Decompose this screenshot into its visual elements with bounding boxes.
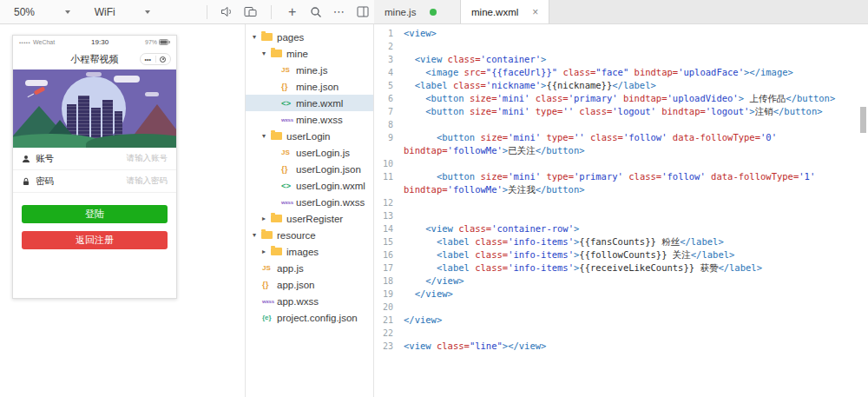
add-icon[interactable]: + bbox=[283, 3, 301, 22]
miniprogram-capsule: ••• bbox=[140, 53, 171, 65]
close-icon[interactable]: × bbox=[532, 7, 538, 17]
tree-item-mine.json[interactable]: {}mine.json bbox=[246, 78, 373, 95]
back-to-register-button[interactable]: 返回注册 bbox=[22, 231, 168, 249]
code-line[interactable]: 1<view> bbox=[374, 27, 868, 40]
page-title: 小程帮视频 bbox=[71, 53, 119, 66]
code-line[interactable]: 15 <label class='info-items'>{{fansCount… bbox=[374, 235, 868, 248]
config-file-icon: {e} bbox=[262, 314, 277, 321]
network-value: WiFi bbox=[95, 6, 115, 18]
account-field-row[interactable]: 账号 请输入账号 bbox=[13, 148, 176, 170]
tree-item-userLogin.wxml[interactable]: <>userLogin.wxml bbox=[246, 177, 373, 194]
tree-item-userLogin.wxss[interactable]: wxssuserLogin.wxss bbox=[246, 194, 373, 210]
code-line[interactable]: 19 </view> bbox=[374, 288, 868, 301]
code-line-content bbox=[404, 301, 868, 314]
editor-code: 1<view>23 <view class='container'>4 <ima… bbox=[374, 27, 868, 353]
code-line-content bbox=[404, 196, 868, 209]
tree-item-mine[interactable]: ▾mine bbox=[246, 45, 373, 62]
tab-mine-js[interactable]: mine.js bbox=[374, 0, 461, 23]
tree-item-mine.js[interactable]: JSmine.js bbox=[246, 62, 373, 78]
account-placeholder: 请输入账号 bbox=[127, 153, 168, 164]
tree-item-mine.wxml[interactable]: <>mine.wxml bbox=[246, 95, 373, 111]
code-line[interactable]: 12 bbox=[374, 196, 868, 209]
more-icon[interactable]: ⋯ bbox=[330, 3, 348, 22]
code-line[interactable]: 13 bbox=[374, 209, 868, 222]
tree-item-userRegister[interactable]: ▸userRegister bbox=[246, 210, 373, 227]
code-line[interactable]: 22 bbox=[374, 327, 868, 340]
tree-item-label: app.js bbox=[277, 263, 304, 274]
battery-icon bbox=[159, 39, 170, 45]
sound-icon[interactable] bbox=[219, 3, 237, 22]
chevron-right-icon: ▸ bbox=[262, 248, 271, 255]
tree-item-label: mine.json bbox=[296, 82, 339, 92]
code-line-content bbox=[404, 209, 868, 222]
tree-item-app.wxss[interactable]: wxssapp.wxss bbox=[246, 293, 373, 309]
code-line-content: <button size='mini' type='' class='logou… bbox=[404, 105, 868, 118]
code-line-content: <label class='info-items'>{{fansCounts}}… bbox=[404, 235, 868, 248]
tree-item-label: mine.wxml bbox=[296, 98, 343, 109]
code-line[interactable]: 4 <image src="{{faceUrl}}" class="face" … bbox=[374, 66, 868, 79]
code-line[interactable]: 23<view class="line"></view> bbox=[374, 340, 868, 353]
line-number: 6 bbox=[374, 92, 404, 105]
code-line[interactable]: 16 <label class='info-items'>{{followCou… bbox=[374, 248, 868, 261]
toolbar-divider bbox=[271, 5, 272, 19]
split-window-icon[interactable] bbox=[353, 3, 372, 22]
code-line[interactable]: 8 bbox=[374, 118, 868, 131]
login-button[interactable]: 登陆 bbox=[22, 205, 168, 223]
code-line-content bbox=[404, 118, 868, 131]
scrollbar-thumb[interactable] bbox=[860, 107, 866, 133]
network-select[interactable]: WiFi bbox=[88, 3, 158, 21]
menu-dots-icon[interactable]: ••• bbox=[141, 56, 155, 63]
code-line[interactable]: 6 <button size='mini' class='primary' bi… bbox=[374, 92, 868, 105]
code-line[interactable]: 20 bbox=[374, 301, 868, 314]
tree-item-app.json[interactable]: {}app.json bbox=[246, 276, 373, 293]
tab-mine-wxml[interactable]: mine.wxml × bbox=[461, 0, 549, 23]
folder-icon bbox=[271, 50, 282, 57]
tree-item-label: app.wxss bbox=[277, 296, 319, 307]
line-number: 19 bbox=[374, 288, 404, 301]
code-line[interactable]: 17 <label class='info-items'>{{receiveLi… bbox=[374, 261, 868, 275]
js-file-icon: JS bbox=[281, 67, 296, 74]
device-rotate-icon[interactable] bbox=[241, 3, 260, 22]
json-file-icon: {} bbox=[262, 281, 277, 289]
zoom-select[interactable]: 50% bbox=[7, 3, 77, 21]
code-line[interactable]: 18 </view> bbox=[374, 275, 868, 288]
line-number: 17 bbox=[374, 261, 404, 275]
code-line[interactable]: 5 <label class='nickname'>{{nickname}}</… bbox=[374, 79, 868, 92]
tree-item-userLogin.js[interactable]: JSuserLogin.js bbox=[246, 144, 373, 161]
tree-item-label: resource bbox=[277, 230, 316, 241]
code-line-content: <view class="line"></view> bbox=[404, 340, 868, 353]
code-line[interactable]: 10 bbox=[374, 157, 868, 170]
code-line[interactable]: 3 <view class='container'> bbox=[374, 53, 868, 66]
tree-item-app.js[interactable]: JSapp.js bbox=[246, 260, 373, 276]
folder-icon bbox=[261, 231, 273, 239]
lock-icon bbox=[22, 177, 30, 186]
code-line[interactable]: 14 <view class='container-row'> bbox=[374, 222, 868, 235]
tree-item-project.config.json[interactable]: {e}project.config.json bbox=[246, 309, 373, 326]
search-icon[interactable] bbox=[306, 3, 325, 22]
tree-item-label: mine bbox=[286, 49, 308, 59]
tree-item-userLogin.json[interactable]: {}userLogin.json bbox=[246, 161, 373, 177]
tree-item-pages[interactable]: ▾pages bbox=[246, 29, 373, 45]
tree-item-userLogin[interactable]: ▾userLogin bbox=[246, 128, 373, 144]
code-line[interactable]: 9 <button size='mini' type='' class='fol… bbox=[374, 131, 868, 157]
code-line[interactable]: 11 <button size='mini' type='primary' cl… bbox=[374, 170, 868, 196]
tree-item-mine.wxss[interactable]: wxssmine.wxss bbox=[246, 111, 373, 128]
tree-item-label: app.json bbox=[277, 280, 314, 290]
code-line[interactable]: 2 bbox=[374, 40, 868, 53]
phone-nav-bar: 小程帮视频 ••• bbox=[13, 49, 176, 69]
chevron-right-icon: ▸ bbox=[262, 215, 271, 222]
tree-item-label: project.config.json bbox=[277, 313, 358, 323]
password-label: 密码 bbox=[36, 175, 54, 188]
tree-item-label: userLogin.json bbox=[296, 164, 361, 175]
code-line-content: <label class='info-items'>{{receiveLikeC… bbox=[404, 261, 868, 275]
json-file-icon: {} bbox=[281, 83, 296, 91]
tree-item-images[interactable]: ▸images bbox=[246, 243, 373, 260]
line-number: 22 bbox=[374, 327, 404, 340]
password-field-row[interactable]: 密码 请输入密码 bbox=[13, 170, 176, 193]
home-indicator-icon[interactable] bbox=[156, 56, 171, 63]
code-line[interactable]: 7 <button size='mini' type='' class='log… bbox=[374, 105, 868, 118]
tree-item-resource[interactable]: ▾resource bbox=[246, 227, 373, 243]
code-line[interactable]: 21</view> bbox=[374, 314, 868, 327]
line-number: 11 bbox=[374, 170, 404, 196]
line-number: 16 bbox=[374, 248, 404, 261]
